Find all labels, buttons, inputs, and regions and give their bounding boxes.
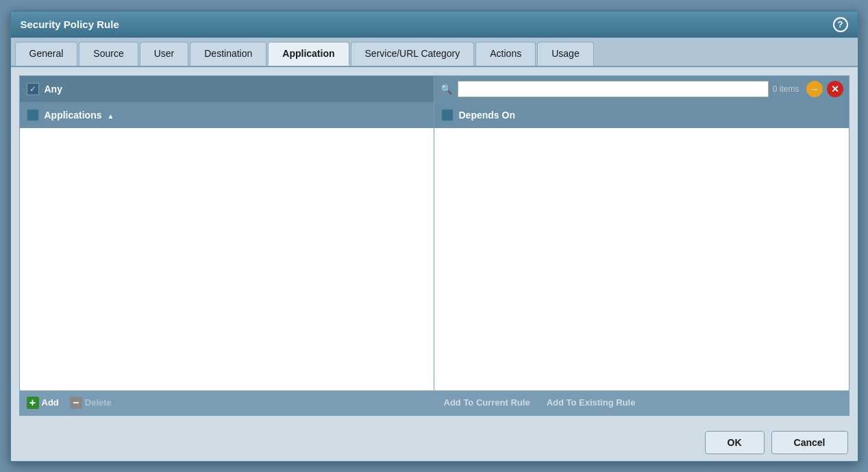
- items-count: 0 items: [773, 84, 799, 94]
- any-label: Any: [45, 84, 62, 95]
- any-row: ✓ Any: [20, 76, 434, 102]
- applications-checkbox[interactable]: [27, 109, 39, 121]
- sort-asc-icon: ▲: [107, 112, 114, 120]
- add-to-existing-rule-button[interactable]: Add To Existing Rule: [547, 397, 636, 408]
- any-checkbox[interactable]: ✓: [27, 83, 39, 95]
- delete-icon: −: [70, 397, 82, 409]
- depends-on-label: Depends On: [459, 110, 515, 121]
- dialog-title: Security Policy Rule: [21, 18, 119, 30]
- search-icon: 🔍: [440, 82, 454, 96]
- clear-x-icon: ✕: [831, 84, 839, 95]
- tab-application[interactable]: Application: [268, 42, 349, 66]
- add-to-current-rule-button[interactable]: Add To Current Rule: [444, 397, 530, 408]
- main-panel: ✓ Any Applications ▲ +: [19, 75, 850, 416]
- search-bar: 🔍 0 items → ✕: [434, 76, 849, 102]
- ok-button[interactable]: OK: [705, 431, 765, 454]
- delete-button[interactable]: − Delete: [70, 397, 112, 409]
- title-bar: Security Policy Rule ?: [11, 12, 858, 38]
- applications-header-row: Applications ▲: [20, 102, 434, 128]
- left-bottom-bar: + Add − Delete: [20, 390, 434, 415]
- tab-user[interactable]: User: [140, 42, 189, 66]
- tabs-bar: General Source User Destination Applicat…: [11, 38, 858, 67]
- tab-source[interactable]: Source: [79, 42, 138, 66]
- right-bottom-bar: Add To Current Rule Add To Existing Rule: [434, 390, 849, 415]
- footer: OK Cancel: [11, 424, 858, 461]
- content-area: ✓ Any Applications ▲ +: [11, 67, 858, 424]
- depends-on-list: [434, 128, 849, 390]
- clear-button[interactable]: ✕: [827, 81, 843, 97]
- depends-on-header: Depends On: [434, 102, 849, 128]
- cancel-button[interactable]: Cancel: [771, 431, 848, 454]
- add-icon: +: [27, 397, 39, 409]
- tab-actions[interactable]: Actions: [475, 42, 536, 66]
- go-button[interactable]: →: [806, 81, 823, 97]
- applications-label: Applications ▲: [45, 110, 114, 121]
- right-panel: 🔍 0 items → ✕ Depends On: [434, 76, 849, 415]
- security-policy-rule-dialog: Security Policy Rule ? General Source Us…: [10, 10, 859, 462]
- add-button[interactable]: + Add: [27, 397, 59, 409]
- tab-destination[interactable]: Destination: [190, 42, 266, 66]
- search-input[interactable]: [458, 81, 769, 97]
- go-arrow-icon: →: [810, 84, 819, 95]
- left-panel: ✓ Any Applications ▲ +: [20, 76, 434, 415]
- help-icon[interactable]: ?: [833, 17, 848, 32]
- tab-usage[interactable]: Usage: [537, 42, 593, 66]
- applications-list: [20, 128, 434, 390]
- depends-on-checkbox[interactable]: [441, 109, 454, 121]
- tab-general[interactable]: General: [15, 42, 78, 66]
- tab-service-url-category[interactable]: Service/URL Category: [351, 42, 475, 66]
